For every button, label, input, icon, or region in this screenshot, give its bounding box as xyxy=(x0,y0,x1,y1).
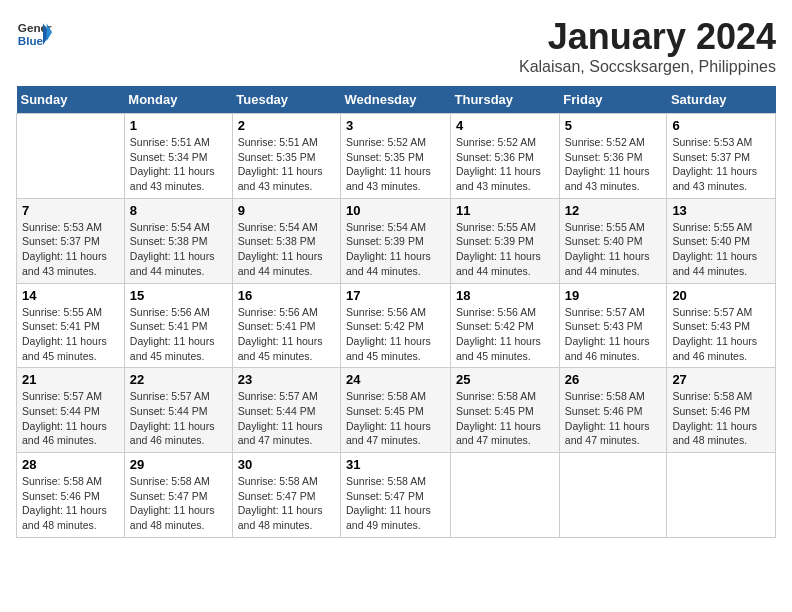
calendar-cell: 2Sunrise: 5:51 AMSunset: 5:35 PMDaylight… xyxy=(232,114,340,199)
calendar-cell: 24Sunrise: 5:58 AMSunset: 5:45 PMDayligh… xyxy=(341,368,451,453)
logo-icon: General Blue xyxy=(16,16,52,52)
day-number: 23 xyxy=(238,372,335,387)
week-row-4: 28Sunrise: 5:58 AMSunset: 5:46 PMDayligh… xyxy=(17,453,776,538)
day-number: 29 xyxy=(130,457,227,472)
header-cell-wednesday: Wednesday xyxy=(341,86,451,114)
day-info: Sunrise: 5:53 AMSunset: 5:37 PMDaylight:… xyxy=(672,135,770,194)
day-info: Sunrise: 5:53 AMSunset: 5:37 PMDaylight:… xyxy=(22,220,119,279)
header-cell-thursday: Thursday xyxy=(451,86,560,114)
calendar-body: 1Sunrise: 5:51 AMSunset: 5:34 PMDaylight… xyxy=(17,114,776,538)
week-row-0: 1Sunrise: 5:51 AMSunset: 5:34 PMDaylight… xyxy=(17,114,776,199)
day-number: 8 xyxy=(130,203,227,218)
day-number: 2 xyxy=(238,118,335,133)
day-number: 10 xyxy=(346,203,445,218)
day-info: Sunrise: 5:57 AMSunset: 5:44 PMDaylight:… xyxy=(238,389,335,448)
calendar-cell: 15Sunrise: 5:56 AMSunset: 5:41 PMDayligh… xyxy=(124,283,232,368)
day-info: Sunrise: 5:54 AMSunset: 5:38 PMDaylight:… xyxy=(238,220,335,279)
day-info: Sunrise: 5:55 AMSunset: 5:41 PMDaylight:… xyxy=(22,305,119,364)
calendar-cell: 1Sunrise: 5:51 AMSunset: 5:34 PMDaylight… xyxy=(124,114,232,199)
day-number: 26 xyxy=(565,372,662,387)
calendar-cell: 18Sunrise: 5:56 AMSunset: 5:42 PMDayligh… xyxy=(451,283,560,368)
day-info: Sunrise: 5:52 AMSunset: 5:36 PMDaylight:… xyxy=(456,135,554,194)
calendar-cell: 26Sunrise: 5:58 AMSunset: 5:46 PMDayligh… xyxy=(559,368,667,453)
calendar-cell: 11Sunrise: 5:55 AMSunset: 5:39 PMDayligh… xyxy=(451,198,560,283)
day-info: Sunrise: 5:57 AMSunset: 5:43 PMDaylight:… xyxy=(565,305,662,364)
header-cell-monday: Monday xyxy=(124,86,232,114)
calendar-cell: 6Sunrise: 5:53 AMSunset: 5:37 PMDaylight… xyxy=(667,114,776,199)
day-number: 5 xyxy=(565,118,662,133)
day-number: 7 xyxy=(22,203,119,218)
day-info: Sunrise: 5:55 AMSunset: 5:40 PMDaylight:… xyxy=(565,220,662,279)
day-info: Sunrise: 5:56 AMSunset: 5:42 PMDaylight:… xyxy=(456,305,554,364)
day-number: 18 xyxy=(456,288,554,303)
day-number: 20 xyxy=(672,288,770,303)
calendar-cell: 5Sunrise: 5:52 AMSunset: 5:36 PMDaylight… xyxy=(559,114,667,199)
calendar-cell xyxy=(17,114,125,199)
day-info: Sunrise: 5:54 AMSunset: 5:39 PMDaylight:… xyxy=(346,220,445,279)
day-info: Sunrise: 5:58 AMSunset: 5:45 PMDaylight:… xyxy=(456,389,554,448)
day-number: 16 xyxy=(238,288,335,303)
day-number: 9 xyxy=(238,203,335,218)
day-number: 15 xyxy=(130,288,227,303)
calendar-cell: 9Sunrise: 5:54 AMSunset: 5:38 PMDaylight… xyxy=(232,198,340,283)
calendar-cell: 20Sunrise: 5:57 AMSunset: 5:43 PMDayligh… xyxy=(667,283,776,368)
calendar-cell: 10Sunrise: 5:54 AMSunset: 5:39 PMDayligh… xyxy=(341,198,451,283)
calendar-cell: 12Sunrise: 5:55 AMSunset: 5:40 PMDayligh… xyxy=(559,198,667,283)
day-info: Sunrise: 5:56 AMSunset: 5:42 PMDaylight:… xyxy=(346,305,445,364)
header-cell-saturday: Saturday xyxy=(667,86,776,114)
header-cell-friday: Friday xyxy=(559,86,667,114)
day-info: Sunrise: 5:58 AMSunset: 5:46 PMDaylight:… xyxy=(565,389,662,448)
calendar-table: SundayMondayTuesdayWednesdayThursdayFrid… xyxy=(16,86,776,538)
header-cell-sunday: Sunday xyxy=(17,86,125,114)
calendar-cell: 17Sunrise: 5:56 AMSunset: 5:42 PMDayligh… xyxy=(341,283,451,368)
day-number: 4 xyxy=(456,118,554,133)
calendar-cell: 13Sunrise: 5:55 AMSunset: 5:40 PMDayligh… xyxy=(667,198,776,283)
subtitle: Kalaisan, Soccsksargen, Philippines xyxy=(519,58,776,76)
day-info: Sunrise: 5:58 AMSunset: 5:47 PMDaylight:… xyxy=(130,474,227,533)
day-info: Sunrise: 5:55 AMSunset: 5:39 PMDaylight:… xyxy=(456,220,554,279)
day-number: 21 xyxy=(22,372,119,387)
header-cell-tuesday: Tuesday xyxy=(232,86,340,114)
day-info: Sunrise: 5:57 AMSunset: 5:43 PMDaylight:… xyxy=(672,305,770,364)
calendar-cell: 25Sunrise: 5:58 AMSunset: 5:45 PMDayligh… xyxy=(451,368,560,453)
calendar-cell: 8Sunrise: 5:54 AMSunset: 5:38 PMDaylight… xyxy=(124,198,232,283)
day-info: Sunrise: 5:57 AMSunset: 5:44 PMDaylight:… xyxy=(130,389,227,448)
calendar-cell: 7Sunrise: 5:53 AMSunset: 5:37 PMDaylight… xyxy=(17,198,125,283)
calendar-cell: 23Sunrise: 5:57 AMSunset: 5:44 PMDayligh… xyxy=(232,368,340,453)
logo: General Blue xyxy=(16,16,52,52)
main-title: January 2024 xyxy=(519,16,776,58)
calendar-cell xyxy=(451,453,560,538)
day-info: Sunrise: 5:54 AMSunset: 5:38 PMDaylight:… xyxy=(130,220,227,279)
calendar-cell: 19Sunrise: 5:57 AMSunset: 5:43 PMDayligh… xyxy=(559,283,667,368)
title-block: January 2024 Kalaisan, Soccsksargen, Phi… xyxy=(519,16,776,76)
day-info: Sunrise: 5:52 AMSunset: 5:35 PMDaylight:… xyxy=(346,135,445,194)
calendar-cell: 27Sunrise: 5:58 AMSunset: 5:46 PMDayligh… xyxy=(667,368,776,453)
day-number: 11 xyxy=(456,203,554,218)
day-number: 25 xyxy=(456,372,554,387)
day-info: Sunrise: 5:58 AMSunset: 5:45 PMDaylight:… xyxy=(346,389,445,448)
day-info: Sunrise: 5:51 AMSunset: 5:34 PMDaylight:… xyxy=(130,135,227,194)
day-number: 6 xyxy=(672,118,770,133)
calendar-cell: 14Sunrise: 5:55 AMSunset: 5:41 PMDayligh… xyxy=(17,283,125,368)
day-info: Sunrise: 5:55 AMSunset: 5:40 PMDaylight:… xyxy=(672,220,770,279)
day-info: Sunrise: 5:52 AMSunset: 5:36 PMDaylight:… xyxy=(565,135,662,194)
svg-text:Blue: Blue xyxy=(18,34,44,47)
calendar-cell: 4Sunrise: 5:52 AMSunset: 5:36 PMDaylight… xyxy=(451,114,560,199)
week-row-1: 7Sunrise: 5:53 AMSunset: 5:37 PMDaylight… xyxy=(17,198,776,283)
day-number: 19 xyxy=(565,288,662,303)
day-number: 22 xyxy=(130,372,227,387)
day-info: Sunrise: 5:51 AMSunset: 5:35 PMDaylight:… xyxy=(238,135,335,194)
day-info: Sunrise: 5:57 AMSunset: 5:44 PMDaylight:… xyxy=(22,389,119,448)
day-number: 28 xyxy=(22,457,119,472)
calendar-cell: 21Sunrise: 5:57 AMSunset: 5:44 PMDayligh… xyxy=(17,368,125,453)
calendar-cell: 29Sunrise: 5:58 AMSunset: 5:47 PMDayligh… xyxy=(124,453,232,538)
day-number: 12 xyxy=(565,203,662,218)
day-info: Sunrise: 5:58 AMSunset: 5:47 PMDaylight:… xyxy=(346,474,445,533)
day-info: Sunrise: 5:56 AMSunset: 5:41 PMDaylight:… xyxy=(238,305,335,364)
calendar-cell: 30Sunrise: 5:58 AMSunset: 5:47 PMDayligh… xyxy=(232,453,340,538)
week-row-2: 14Sunrise: 5:55 AMSunset: 5:41 PMDayligh… xyxy=(17,283,776,368)
day-number: 31 xyxy=(346,457,445,472)
calendar-cell xyxy=(559,453,667,538)
calendar-cell: 31Sunrise: 5:58 AMSunset: 5:47 PMDayligh… xyxy=(341,453,451,538)
day-info: Sunrise: 5:58 AMSunset: 5:46 PMDaylight:… xyxy=(672,389,770,448)
